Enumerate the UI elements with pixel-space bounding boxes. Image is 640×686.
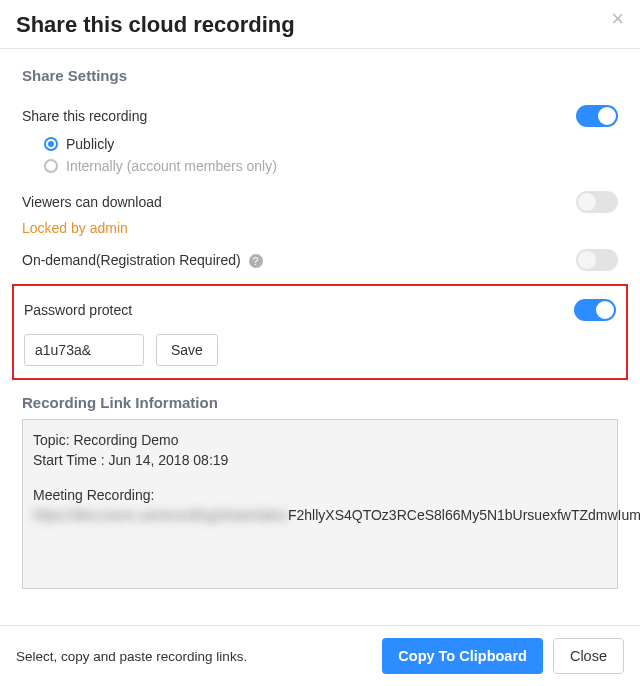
- on-demand-label-text: On-demand(Registration Required): [22, 252, 241, 268]
- password-input[interactable]: [24, 334, 144, 366]
- radio-internally-label: Internally (account members only): [66, 158, 277, 174]
- recording-link-textarea[interactable]: Topic: Recording Demo Start Time : Jun 1…: [22, 419, 618, 589]
- radio-internally[interactable]: Internally (account members only): [44, 158, 618, 174]
- link-url-line: https://dev.zoom.us/recording/share/abcx…: [33, 505, 607, 525]
- password-protect-label: Password protect: [24, 302, 132, 318]
- on-demand-row: On-demand(Registration Required) ?: [22, 246, 618, 274]
- viewers-download-toggle[interactable]: [576, 191, 618, 213]
- link-url-blurred: https://dev.zoom.us/recording/share/abcx: [33, 507, 288, 523]
- close-button[interactable]: Close: [553, 638, 624, 674]
- copy-to-clipboard-button[interactable]: Copy To Clipboard: [382, 638, 543, 674]
- help-icon[interactable]: ?: [249, 254, 263, 268]
- password-protect-row: Password protect: [24, 296, 616, 324]
- save-button[interactable]: Save: [156, 334, 218, 366]
- share-recording-row: Share this recording: [22, 102, 618, 130]
- on-demand-label: On-demand(Registration Required) ?: [22, 252, 263, 268]
- footer-buttons: Copy To Clipboard Close: [382, 638, 624, 674]
- modal-body: Share Settings Share this recording Publ…: [0, 49, 640, 625]
- toggle-knob: [598, 107, 616, 125]
- share-recording-modal: Share this cloud recording × Share Setti…: [0, 0, 640, 686]
- toggle-knob: [578, 251, 596, 269]
- footer-hint: Select, copy and paste recording links.: [16, 649, 247, 664]
- radio-unselected-icon: [44, 159, 58, 173]
- toggle-knob: [578, 193, 596, 211]
- link-start-line: Start Time : Jun 14, 2018 08:19: [33, 450, 607, 470]
- close-icon[interactable]: ×: [611, 8, 624, 30]
- modal-header: Share this cloud recording ×: [0, 0, 640, 49]
- locked-by-admin-text: Locked by admin: [22, 220, 618, 236]
- link-url-visible: F2hllyXS4QTOz3RCeS8l66My5N1bUrsuexfwTZdm…: [288, 507, 640, 523]
- link-meeting-line: Meeting Recording:: [33, 485, 607, 505]
- share-settings-heading: Share Settings: [22, 67, 618, 84]
- recording-link-heading: Recording Link Information: [22, 394, 618, 411]
- share-visibility-radio-group: Publicly Internally (account members onl…: [22, 136, 618, 174]
- viewers-download-label: Viewers can download: [22, 194, 162, 210]
- password-input-row: Save: [24, 334, 616, 366]
- viewers-download-row: Viewers can download: [22, 188, 618, 216]
- password-protect-highlight: Password protect Save: [12, 284, 628, 380]
- password-protect-toggle[interactable]: [574, 299, 616, 321]
- share-recording-label: Share this recording: [22, 108, 147, 124]
- radio-publicly-label: Publicly: [66, 136, 114, 152]
- modal-title: Share this cloud recording: [16, 12, 295, 38]
- spacer: [33, 471, 607, 485]
- link-topic-line: Topic: Recording Demo: [33, 430, 607, 450]
- on-demand-toggle[interactable]: [576, 249, 618, 271]
- share-recording-toggle[interactable]: [576, 105, 618, 127]
- radio-selected-icon: [44, 137, 58, 151]
- modal-footer: Select, copy and paste recording links. …: [0, 625, 640, 686]
- radio-publicly[interactable]: Publicly: [44, 136, 618, 152]
- toggle-knob: [596, 301, 614, 319]
